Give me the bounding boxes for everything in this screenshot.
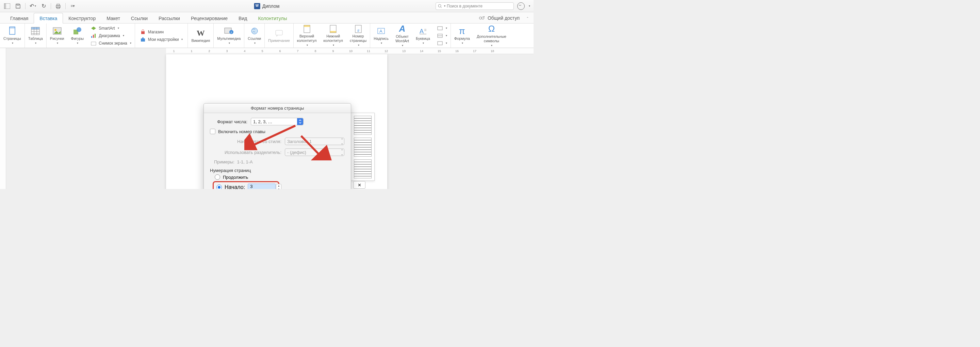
start-at-label: Начало: — [224, 184, 245, 189]
smartart-icon — [91, 25, 97, 31]
tab-design[interactable]: Конструктор — [63, 13, 101, 23]
ribbon-misc-2[interactable]: ▾ — [436, 32, 449, 39]
pagenum-icon: # — [353, 24, 364, 34]
gallery-close-button[interactable]: ✕ — [353, 181, 366, 189]
start-at-radio[interactable] — [216, 185, 222, 189]
tab-headerfooter[interactable]: Колонтитулы — [253, 13, 292, 23]
links-icon — [249, 26, 260, 36]
tab-mailings[interactable]: Рассылки — [153, 13, 185, 23]
undo-icon[interactable]: ↶▾ — [29, 2, 37, 10]
ribbon-misc-3[interactable]: ▾ — [436, 40, 449, 46]
textbox-icon: A — [375, 26, 387, 36]
shapes-icon — [72, 26, 83, 36]
print-icon[interactable] — [54, 2, 62, 10]
save-icon[interactable] — [14, 2, 22, 10]
tab-layout[interactable]: Макет — [101, 13, 126, 23]
svg-rect-25 — [95, 34, 95, 38]
qat-customize-icon[interactable]: ≡▾ — [69, 2, 76, 10]
svg-text:#: # — [357, 29, 360, 33]
media-button[interactable]: ♪ Мультимедиа▾ — [214, 24, 244, 48]
svg-rect-18 — [31, 27, 40, 29]
svg-rect-49 — [438, 42, 442, 45]
tab-home[interactable]: Главная — [5, 13, 34, 23]
textbox-button[interactable]: A Надпись▾ — [370, 24, 392, 48]
sidebar-toggle-icon[interactable] — [3, 2, 11, 10]
svg-rect-26 — [91, 42, 96, 45]
wordart-button[interactable]: A Объект WordArt▾ — [392, 24, 412, 48]
svg-rect-27 — [141, 38, 145, 42]
comment-icon — [274, 28, 285, 38]
header-thumbnail[interactable] — [354, 138, 372, 157]
feedback-icon[interactable] — [517, 2, 525, 10]
chart-icon — [91, 33, 97, 39]
select-arrow-icon — [297, 118, 303, 125]
numbering-section-header: Нумерация страниц — [210, 168, 345, 173]
share-button[interactable]: Общий доступ — [488, 15, 520, 21]
links-button[interactable]: Ссылки▾ — [244, 24, 264, 48]
document-title: Диплом — [262, 3, 280, 9]
tab-references[interactable]: Ссылки — [126, 13, 153, 23]
redo-icon[interactable]: ↻ — [40, 2, 47, 10]
pagenum-button[interactable]: # Номер страницы▾ — [347, 24, 370, 48]
collapse-ribbon-icon[interactable]: ⌃ — [527, 17, 529, 20]
footer-button[interactable]: Нижний колонтитул▾ — [320, 24, 347, 48]
header-thumbnail[interactable] — [354, 159, 372, 178]
dropcap-button[interactable]: A Буквица▾ — [412, 24, 434, 48]
addins-icon — [140, 37, 146, 43]
include-chapter-label: Включить номер главы — [218, 129, 266, 134]
pages-icon — [7, 26, 18, 36]
addins-button[interactable]: Мои надстройки▾ — [138, 36, 185, 43]
header-icon — [301, 24, 312, 34]
word-doc-icon — [254, 3, 260, 9]
equation-button[interactable]: π Формула▾ — [451, 24, 473, 48]
ribbon: Страницы▾ Таблица▾ Рисунки▾ Фигуры▾ Smar… — [0, 24, 533, 48]
shapes-button[interactable]: Фигуры▾ — [67, 24, 87, 48]
pages-button[interactable]: Страницы▾ — [0, 24, 24, 48]
number-format-label: Формат числа: — [210, 119, 247, 124]
svg-rect-46 — [438, 27, 442, 30]
vertical-ruler — [0, 48, 6, 189]
number-format-select[interactable]: 1, 2, 3, … — [251, 118, 304, 125]
svg-point-9 — [482, 17, 484, 19]
title-bar: ↶▾ ↻ ≡▾ Диплом ▾ Поиск в документе ▾ — [0, 0, 533, 12]
smartart-button[interactable]: SmartArt▾ — [89, 25, 133, 32]
header-gallery-panel: ✕ — [351, 113, 375, 181]
wikipedia-button[interactable]: W Википедия — [188, 24, 213, 48]
svg-rect-33 — [275, 30, 282, 35]
svg-point-32 — [251, 28, 258, 34]
svg-rect-11 — [10, 27, 15, 29]
chart-button[interactable]: Диаграмма▾ — [89, 32, 133, 39]
symbol-button[interactable]: Ω Дополнительные символы▾ — [473, 24, 510, 48]
wordart-icon: A — [397, 24, 408, 34]
tab-view[interactable]: Вид — [233, 13, 253, 23]
ribbon-tabs: Главная Вставка Конструктор Макет Ссылки… — [0, 12, 533, 24]
continue-label: Продолжить — [223, 175, 248, 180]
separator-label: Использовать разделитель: — [210, 150, 282, 155]
continue-radio[interactable] — [215, 174, 220, 180]
svg-rect-24 — [93, 35, 94, 38]
table-icon — [30, 26, 41, 36]
svg-point-8 — [479, 17, 482, 19]
start-at-stepper[interactable]: ▲▼ — [276, 184, 282, 189]
svg-point-20 — [54, 29, 56, 31]
header-button[interactable]: Верхний колонтитул▾ — [294, 24, 320, 48]
document-area: 1123456789101112131415161718 ✕ Формат но… — [0, 48, 533, 189]
include-chapter-checkbox[interactable] — [210, 129, 215, 134]
search-input[interactable]: ▾ Поиск в документе — [436, 2, 514, 10]
svg-rect-4 — [57, 4, 60, 5]
header-thumbnail[interactable] — [354, 116, 372, 135]
tab-review[interactable]: Рецензирование — [185, 13, 233, 23]
ribbon-misc-1[interactable]: ▾ — [436, 25, 449, 32]
examples-label: Примеры: — [214, 159, 234, 165]
pictures-button[interactable]: Рисунки▾ — [47, 24, 68, 48]
table-button[interactable]: Таблица▾ — [25, 24, 46, 48]
screenshot-button[interactable]: Снимок экрана▾ — [89, 40, 133, 46]
start-at-input[interactable] — [250, 184, 269, 189]
start-at-field[interactable]: ▲▼ — [248, 184, 275, 189]
tab-insert[interactable]: Вставка — [34, 13, 63, 24]
svg-rect-23 — [91, 36, 92, 38]
store-button[interactable]: Магазин — [138, 29, 185, 35]
help-dropdown-icon[interactable]: ▾ — [529, 5, 530, 8]
dialog-title: Формат номера страницы — [204, 104, 351, 113]
store-icon — [140, 29, 146, 35]
